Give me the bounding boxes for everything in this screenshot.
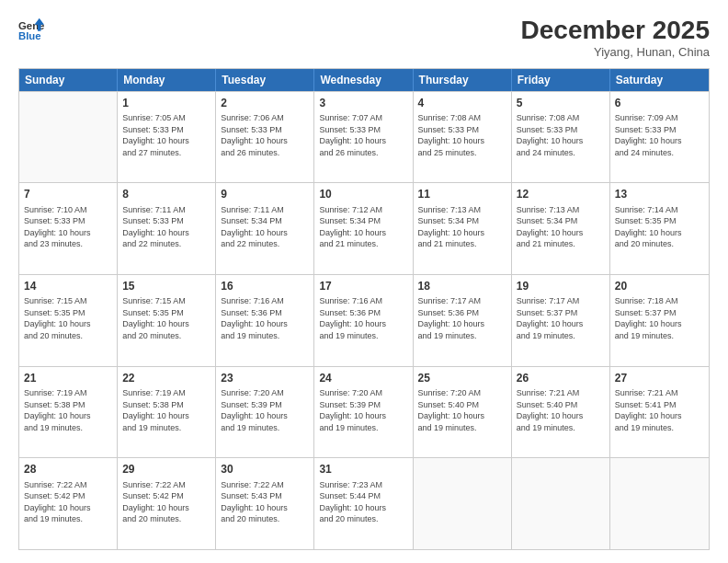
cell-info: Sunrise: 7:19 AM Sunset: 5:38 PM Dayligh… (122, 387, 210, 433)
cell-info: Sunrise: 7:22 AM Sunset: 5:42 PM Dayligh… (24, 479, 112, 525)
cell-info: Sunrise: 7:23 AM Sunset: 5:44 PM Dayligh… (319, 479, 407, 525)
calendar-cell: 8Sunrise: 7:11 AM Sunset: 5:33 PM Daylig… (118, 183, 216, 274)
day-number: 16 (221, 279, 309, 293)
calendar-cell: 4Sunrise: 7:08 AM Sunset: 5:33 PM Daylig… (414, 92, 512, 183)
cell-info: Sunrise: 7:10 AM Sunset: 5:33 PM Dayligh… (24, 204, 112, 250)
cell-info: Sunrise: 7:16 AM Sunset: 5:36 PM Dayligh… (221, 295, 309, 341)
calendar-row-3: 21Sunrise: 7:19 AM Sunset: 5:38 PM Dayli… (19, 366, 709, 458)
month-title: December 2025 (521, 17, 710, 45)
calendar-cell: 18Sunrise: 7:17 AM Sunset: 5:36 PM Dayli… (414, 275, 512, 366)
calendar-cell: 29Sunrise: 7:22 AM Sunset: 5:42 PM Dayli… (118, 458, 216, 549)
calendar-cell: 15Sunrise: 7:15 AM Sunset: 5:35 PM Dayli… (118, 275, 216, 366)
day-number: 8 (122, 187, 210, 201)
cell-info: Sunrise: 7:15 AM Sunset: 5:35 PM Dayligh… (122, 295, 210, 341)
day-number: 28 (24, 462, 112, 477)
day-number: 23 (221, 371, 309, 385)
header-day-thursday: Thursday (414, 69, 512, 91)
page-header: General Blue December 2025 Yiyang, Hunan… (18, 17, 710, 59)
cell-info: Sunrise: 7:17 AM Sunset: 5:36 PM Dayligh… (418, 295, 506, 341)
calendar-cell: 1Sunrise: 7:05 AM Sunset: 5:33 PM Daylig… (118, 92, 216, 183)
day-number: 14 (24, 279, 112, 293)
calendar-row-1: 7Sunrise: 7:10 AM Sunset: 5:33 PM Daylig… (19, 182, 709, 274)
calendar-cell (414, 458, 512, 549)
calendar-body: 1Sunrise: 7:05 AM Sunset: 5:33 PM Daylig… (19, 91, 709, 549)
day-number: 11 (418, 187, 506, 201)
cell-info: Sunrise: 7:07 AM Sunset: 5:33 PM Dayligh… (319, 112, 407, 158)
calendar: SundayMondayTuesdayWednesdayThursdayFrid… (18, 68, 710, 550)
calendar-cell: 27Sunrise: 7:21 AM Sunset: 5:41 PM Dayli… (610, 367, 709, 458)
calendar-cell (19, 92, 118, 183)
cell-info: Sunrise: 7:21 AM Sunset: 5:41 PM Dayligh… (615, 387, 704, 433)
day-number: 3 (319, 96, 407, 110)
day-number: 25 (418, 371, 506, 385)
day-number: 17 (319, 279, 407, 293)
cell-info: Sunrise: 7:11 AM Sunset: 5:33 PM Dayligh… (122, 204, 210, 250)
calendar-cell: 2Sunrise: 7:06 AM Sunset: 5:33 PM Daylig… (216, 92, 314, 183)
header-day-friday: Friday (512, 69, 610, 91)
cell-info: Sunrise: 7:20 AM Sunset: 5:39 PM Dayligh… (221, 387, 309, 433)
cell-info: Sunrise: 7:15 AM Sunset: 5:35 PM Dayligh… (24, 295, 112, 341)
calendar-cell: 31Sunrise: 7:23 AM Sunset: 5:44 PM Dayli… (314, 458, 413, 549)
cell-info: Sunrise: 7:05 AM Sunset: 5:33 PM Dayligh… (122, 112, 210, 158)
day-number: 20 (615, 279, 704, 293)
calendar-row-0: 1Sunrise: 7:05 AM Sunset: 5:33 PM Daylig… (19, 91, 709, 183)
svg-text:Blue: Blue (18, 30, 41, 41)
calendar-cell: 28Sunrise: 7:22 AM Sunset: 5:42 PM Dayli… (19, 458, 118, 549)
header-day-tuesday: Tuesday (216, 69, 314, 91)
cell-info: Sunrise: 7:18 AM Sunset: 5:37 PM Dayligh… (615, 295, 704, 341)
day-number: 5 (517, 96, 605, 110)
day-number: 18 (418, 279, 506, 293)
logo-icon: General Blue (18, 17, 44, 42)
calendar-cell: 7Sunrise: 7:10 AM Sunset: 5:33 PM Daylig… (19, 183, 118, 274)
calendar-cell (610, 458, 709, 549)
day-number: 30 (221, 462, 309, 477)
day-number: 1 (122, 96, 210, 110)
day-number: 4 (418, 96, 506, 110)
calendar-cell (512, 458, 610, 549)
cell-info: Sunrise: 7:22 AM Sunset: 5:43 PM Dayligh… (221, 479, 309, 525)
cell-info: Sunrise: 7:06 AM Sunset: 5:33 PM Dayligh… (221, 112, 309, 158)
cell-info: Sunrise: 7:13 AM Sunset: 5:34 PM Dayligh… (418, 204, 506, 250)
cell-info: Sunrise: 7:21 AM Sunset: 5:40 PM Dayligh… (517, 387, 605, 433)
header-day-wednesday: Wednesday (314, 69, 413, 91)
header-day-monday: Monday (118, 69, 216, 91)
day-number: 7 (24, 187, 112, 201)
calendar-cell: 3Sunrise: 7:07 AM Sunset: 5:33 PM Daylig… (314, 92, 413, 183)
cell-info: Sunrise: 7:12 AM Sunset: 5:34 PM Dayligh… (319, 204, 407, 250)
calendar-cell: 20Sunrise: 7:18 AM Sunset: 5:37 PM Dayli… (610, 275, 709, 366)
day-number: 19 (517, 279, 605, 293)
calendar-cell: 14Sunrise: 7:15 AM Sunset: 5:35 PM Dayli… (19, 275, 118, 366)
day-number: 10 (319, 187, 407, 201)
calendar-cell: 6Sunrise: 7:09 AM Sunset: 5:33 PM Daylig… (610, 92, 709, 183)
cell-info: Sunrise: 7:09 AM Sunset: 5:33 PM Dayligh… (615, 112, 704, 158)
calendar-cell: 30Sunrise: 7:22 AM Sunset: 5:43 PM Dayli… (216, 458, 314, 549)
calendar-cell: 11Sunrise: 7:13 AM Sunset: 5:34 PM Dayli… (414, 183, 512, 274)
page: General Blue December 2025 Yiyang, Hunan… (0, 0, 728, 563)
cell-info: Sunrise: 7:13 AM Sunset: 5:34 PM Dayligh… (517, 204, 605, 250)
calendar-header: SundayMondayTuesdayWednesdayThursdayFrid… (19, 69, 709, 91)
day-number: 27 (615, 371, 704, 385)
calendar-cell: 21Sunrise: 7:19 AM Sunset: 5:38 PM Dayli… (19, 367, 118, 458)
calendar-row-2: 14Sunrise: 7:15 AM Sunset: 5:35 PM Dayli… (19, 274, 709, 366)
calendar-cell: 13Sunrise: 7:14 AM Sunset: 5:35 PM Dayli… (610, 183, 709, 274)
day-number: 22 (122, 371, 210, 385)
day-number: 21 (24, 371, 112, 385)
calendar-cell: 10Sunrise: 7:12 AM Sunset: 5:34 PM Dayli… (314, 183, 413, 274)
header-day-sunday: Sunday (19, 69, 118, 91)
day-number: 26 (517, 371, 605, 385)
cell-info: Sunrise: 7:20 AM Sunset: 5:39 PM Dayligh… (319, 387, 407, 433)
calendar-cell: 17Sunrise: 7:16 AM Sunset: 5:36 PM Dayli… (314, 275, 413, 366)
calendar-cell: 19Sunrise: 7:17 AM Sunset: 5:37 PM Dayli… (512, 275, 610, 366)
cell-info: Sunrise: 7:20 AM Sunset: 5:40 PM Dayligh… (418, 387, 506, 433)
day-number: 2 (221, 96, 309, 110)
day-number: 24 (319, 371, 407, 385)
day-number: 6 (615, 96, 704, 110)
calendar-cell: 22Sunrise: 7:19 AM Sunset: 5:38 PM Dayli… (118, 367, 216, 458)
cell-info: Sunrise: 7:16 AM Sunset: 5:36 PM Dayligh… (319, 295, 407, 341)
calendar-cell: 25Sunrise: 7:20 AM Sunset: 5:40 PM Dayli… (414, 367, 512, 458)
day-number: 9 (221, 187, 309, 201)
cell-info: Sunrise: 7:08 AM Sunset: 5:33 PM Dayligh… (418, 112, 506, 158)
day-number: 12 (517, 187, 605, 201)
cell-info: Sunrise: 7:11 AM Sunset: 5:34 PM Dayligh… (221, 204, 309, 250)
day-number: 31 (319, 462, 407, 477)
